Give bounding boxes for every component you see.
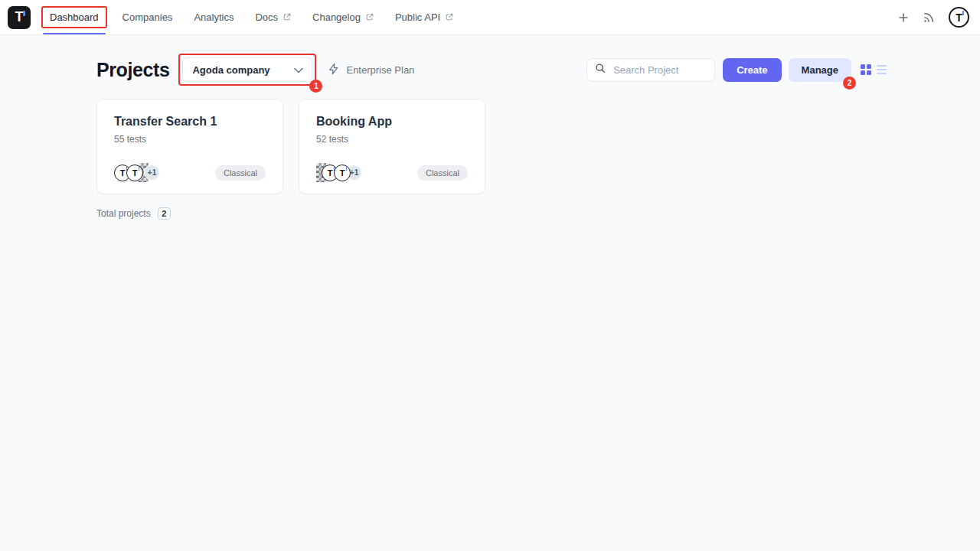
view-toggle [861,64,887,75]
manage-button[interactable]: Manage [789,58,851,82]
external-link-icon [446,13,453,21]
app-logo-letter: T [15,9,24,25]
external-link-icon [283,13,291,21]
search-project-box [586,58,715,82]
project-title: Transfer Search 1 [114,115,266,129]
nav-item-dashboard-label: Dashboard [50,11,99,23]
create-button[interactable]: Create [723,58,781,82]
nav-item-docs[interactable]: Docs [244,5,302,29]
project-type-badge: Classical [417,165,468,181]
page-title: Projects [96,59,169,81]
annotation-step-1-badge: 1 [309,80,322,93]
project-card-footer: T T +1 Classical [316,163,468,182]
projects-header-row: Projects Agoda company 1 Enterprise Plan [96,54,887,86]
nav-right-actions: T [898,7,969,28]
lightning-bolt-icon [328,63,340,77]
list-view-icon[interactable] [877,65,887,75]
account-avatar-letter: T [956,11,962,24]
project-tests-count: 52 tests [316,134,468,145]
nav-item-dashboard[interactable]: Dashboard [41,6,107,28]
company-selector-value: Agoda company [192,64,270,76]
feed-icon[interactable] [922,11,936,24]
project-title: Booking App [316,115,468,129]
nav-items: Dashboard Companies Analytics Docs Chang… [41,5,464,29]
nav-item-analytics[interactable]: Analytics [183,5,244,29]
nav-item-changelog[interactable]: Changelog [302,5,384,29]
plan-label: Enterprise Plan [346,64,414,76]
company-selector[interactable]: Agoda company [182,57,312,82]
active-tab-underline [43,33,106,34]
search-input[interactable] [612,64,707,77]
chevron-down-icon [294,64,303,76]
manage-button-wrap: Manage 2 [789,58,851,82]
members-overflow-badge: +1 [144,165,160,181]
project-tests-count: 55 tests [114,134,266,145]
annotation-step-2-badge: 2 [843,77,856,90]
project-card-footer: T T +1 Classical [114,163,266,182]
member-avatars: T T +1 [114,163,160,182]
main-content: Projects Agoda company 1 Enterprise Plan [0,35,980,220]
account-avatar[interactable]: T [949,7,969,28]
member-avatars: T T +1 [316,163,362,182]
total-projects-row: Total projects 2 [96,207,887,220]
project-cards: Transfer Search 1 55 tests T T +1 Classi… [96,99,887,194]
member-avatar: T [334,165,351,181]
total-projects-count: 2 [158,207,171,220]
plus-icon[interactable] [898,12,909,23]
plan-indicator: Enterprise Plan [328,63,414,77]
search-icon [595,63,606,77]
company-selector-annotation-box: Agoda company 1 [178,54,316,86]
total-projects-label: Total projects [96,208,151,219]
grid-view-icon[interactable] [861,64,871,75]
nav-item-companies[interactable]: Companies [112,5,184,29]
project-type-badge: Classical [215,165,266,181]
project-card-booking-app[interactable]: Booking App 52 tests T T +1 Classical [299,99,485,194]
nav-item-public-api[interactable]: Public API [384,5,464,29]
app-logo[interactable]: T [8,6,31,29]
top-nav: T Dashboard Companies Analytics Docs Cha… [0,0,980,35]
member-avatar: T [126,165,143,181]
project-card-transfer-search-1[interactable]: Transfer Search 1 55 tests T T +1 Classi… [96,99,283,194]
external-link-icon [366,13,374,21]
